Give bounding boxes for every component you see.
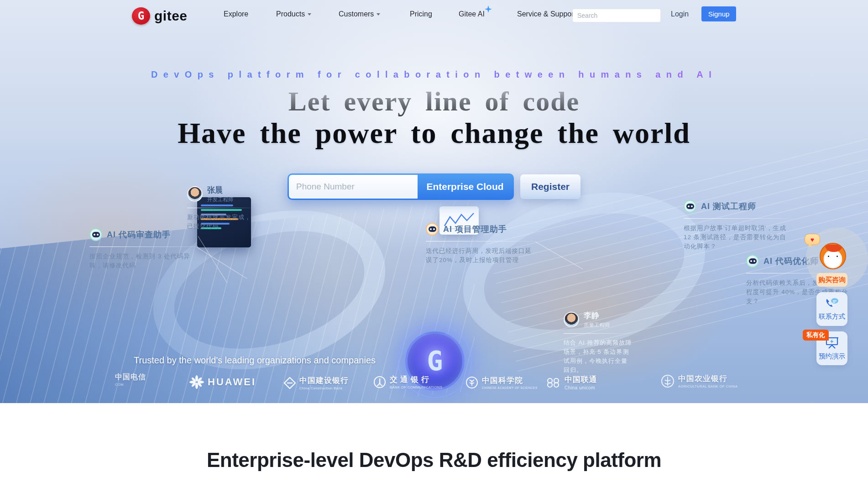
callout-head: AI 项目管理助手 [426, 223, 535, 236]
divider [89, 246, 197, 247]
brand-unicom: 中国联通 China unicom [545, 374, 597, 390]
header: G gitee Explore Products Customers Prici… [0, 0, 868, 28]
purchase-consult-button[interactable]: 购买咨询 [816, 273, 847, 287]
divider [426, 241, 535, 241]
person-desc: 结合 AI 推荐的高频故障场景，补充 5 条边界测试用例，今晚执行全量回归。 [564, 338, 632, 375]
demo-label: 预约演示 [819, 352, 845, 361]
signup-button[interactable]: Signup [701, 6, 736, 21]
person-card-zhangchen: 张晨 开发工程师 新功能模块开发完成，已提交代码 [187, 185, 251, 231]
hero-tagline: DevOps platform for collaboration betwee… [0, 69, 868, 80]
brand-text: HUAWEI [208, 376, 256, 388]
nav-gitee-ai[interactable]: Gitee AI [459, 10, 485, 18]
contact-label: 联系方式 [819, 312, 845, 321]
brand-text: 中国科学院 [482, 375, 538, 386]
divider [564, 333, 632, 334]
phone-number-input[interactable] [289, 175, 418, 199]
divider [187, 208, 251, 208]
huawei-flower-icon [189, 375, 204, 389]
nav-pricing[interactable]: Pricing [410, 10, 432, 18]
bocom-icon [373, 376, 386, 388]
brand-china-telecom: 中国电信 COM [115, 372, 146, 387]
callout-head: AI 代码审查助手 [89, 228, 197, 241]
heart-icon: ♥ [810, 236, 814, 243]
brand-text: 交通银行 [390, 374, 442, 385]
brand-text: 中国联通 [565, 374, 597, 385]
avatar [564, 312, 579, 327]
robot-icon [684, 200, 696, 213]
callout-title: AI 代码审查助手 [107, 229, 171, 240]
mascot-avatar[interactable] [820, 243, 846, 269]
person-role: 开发工程师 [207, 196, 234, 203]
nav-gitee-ai-label: Gitee AI [459, 10, 485, 18]
callout-project-management: AI 项目管理助手 迭代已经进行两周，发现后端接口延误了20%，及时上报给项目管… [426, 223, 535, 265]
person-name: 李静 [584, 310, 610, 321]
chevron-down-icon [308, 13, 311, 16]
trusted-by-text: Trusted by the world's leading organizat… [134, 355, 376, 366]
callout-title: AI 测试工程师 [701, 201, 756, 212]
robot-icon [746, 255, 759, 267]
brand-sub: BANK OF COMMUNICATIONS [390, 385, 442, 389]
brand-ccb: 中国建设银行 China Construction Bank [284, 375, 349, 390]
abc-icon [661, 374, 675, 388]
gitee-logo-icon: G [132, 7, 150, 25]
callout-desc: 迭代已经进行两周，发现后端接口延误了20%，及时上报给项目管理 [426, 246, 535, 265]
callout-desc: 按照企业规范，检测到 3 处代码异味，请修改代码 [89, 252, 197, 270]
phone-icon [825, 298, 839, 309]
nav-products-label: Products [276, 10, 305, 18]
hero-headline-line2: Have the power to change the world [0, 116, 868, 150]
sparkle-icon [485, 5, 492, 13]
heart-bubble: ♥ [805, 234, 820, 245]
brand-bocom: 交通银行 BANK OF COMMUNICATIONS [373, 374, 442, 389]
nav-explore[interactable]: Explore [224, 10, 248, 18]
logo-letter: G [138, 10, 144, 22]
gitee-logo[interactable]: G gitee [132, 7, 188, 25]
brand-sub: CHINESE ACADEMY OF SCIENCES [482, 386, 538, 389]
person-head: 张晨 开发工程师 [187, 185, 251, 203]
brand-text: 中国农业银行 [678, 373, 738, 384]
page: G G gitee Explore Products Customers Pri… [0, 0, 868, 493]
nav-service-support[interactable]: Service & Support [517, 10, 575, 18]
brand-huawei: HUAWEI [189, 375, 256, 389]
ccb-icon [284, 377, 296, 389]
login-link[interactable]: Login [671, 10, 689, 18]
person-card-lijing: 李静 质量工程师 结合 AI 推荐的高频故障场景，补充 5 条边界测试用例，今晚… [564, 310, 632, 375]
person-role: 质量工程师 [584, 322, 610, 329]
mascot-mane [825, 245, 842, 252]
callout-code-review: AI 代码审查助手 按照企业规范，检测到 3 处代码异味，请修改代码 [89, 228, 197, 270]
nav-products[interactable]: Products [276, 10, 311, 18]
brand-abc: 中国农业银行 AGRICULTURAL BANK OF CHINA [661, 373, 738, 388]
divider [684, 218, 789, 219]
logo-text: gitee [154, 8, 188, 24]
nav-customers-label: Customers [339, 10, 374, 18]
callout-head: AI 测试工程师 [684, 200, 789, 213]
callout-desc: 根据用户故事'订单超时取消'，生成 12 条测试路径，是否需要转化为自动化脚本？ [684, 224, 789, 251]
nav-service-support-label: Service & Support [517, 10, 575, 18]
avatar [187, 186, 203, 202]
register-button[interactable]: Register [520, 174, 580, 199]
brand-sub: China Construction Bank [299, 386, 349, 390]
brand-text: 中国电信 [115, 372, 146, 382]
person-desc: 新功能模块开发完成，已提交代码 [187, 213, 251, 231]
nav-explore-label: Explore [224, 10, 248, 18]
cas-icon [465, 376, 478, 389]
robot-icon [426, 223, 439, 236]
contact-card[interactable]: 联系方式 [816, 292, 847, 326]
phone-signup-group: Enterprise Cloud [288, 173, 514, 200]
medallion-letter: G [427, 346, 443, 377]
brand-text: 中国建设银行 [299, 375, 349, 386]
private-deploy-badge: 私有化 [803, 330, 829, 341]
brand-sub: AGRICULTURAL BANK OF CHINA [678, 384, 738, 388]
search-input[interactable] [572, 9, 661, 22]
brand-sub: China unicom [565, 385, 597, 390]
person-head: 李静 质量工程师 [564, 310, 632, 329]
nav-customers[interactable]: Customers [339, 10, 380, 18]
robot-icon [89, 228, 102, 241]
brand-cas: 中国科学院 CHINESE ACADEMY OF SCIENCES [465, 375, 538, 389]
hero-headline-line1: Let every line of code [0, 86, 868, 117]
person-name: 张晨 [207, 185, 234, 195]
callout-test-engineer: AI 测试工程师 根据用户故事'订单超时取消'，生成 12 条测试路径，是否需要… [684, 200, 789, 251]
mascot-eye [827, 255, 830, 258]
enterprise-cloud-button[interactable]: Enterprise Cloud [418, 175, 512, 199]
features-section: Enterprise-level DevOps R&D efficiency p… [0, 403, 868, 493]
chevron-down-icon [376, 13, 380, 16]
